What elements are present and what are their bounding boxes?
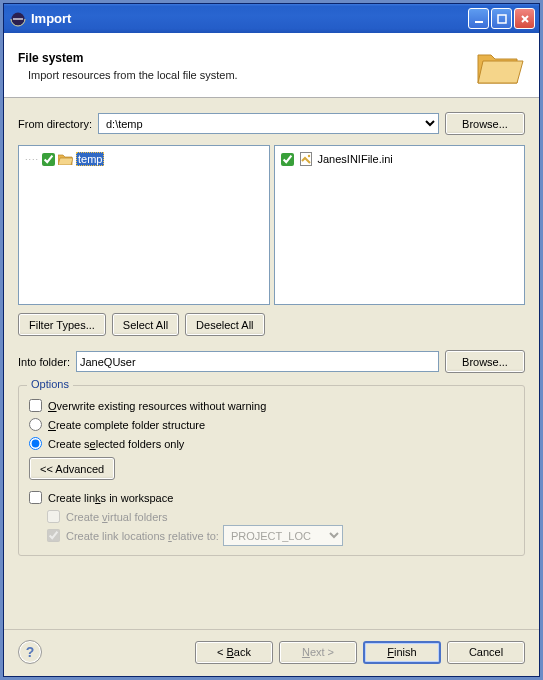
file-item[interactable]: JanesINIFile.ini xyxy=(281,150,519,168)
filter-types-button[interactable]: Filter Types... xyxy=(18,313,106,336)
browse-into-button[interactable]: Browse... xyxy=(445,350,525,373)
close-button[interactable] xyxy=(514,8,535,29)
create-links-checkbox[interactable] xyxy=(29,491,42,504)
file-list-pane[interactable]: JanesINIFile.ini xyxy=(274,145,526,305)
deselect-all-button[interactable]: Deselect All xyxy=(185,313,264,336)
eclipse-icon xyxy=(10,11,26,27)
overwrite-rest: verwrite existing resources without warn… xyxy=(57,400,267,412)
help-button[interactable]: ? xyxy=(18,640,42,664)
import-dialog: Import File system Import resources from… xyxy=(3,3,540,677)
dialog-footer: ? < Back Next > Finish Cancel xyxy=(4,629,539,676)
svg-rect-2 xyxy=(498,15,506,23)
ini-file-icon xyxy=(298,151,314,167)
create-links-label[interactable]: Create links in workspace xyxy=(48,492,173,504)
minimize-button[interactable] xyxy=(468,8,489,29)
folder-tree-pane[interactable]: ···· temp xyxy=(18,145,270,305)
tree-connector-icon: ···· xyxy=(25,154,39,164)
tree-item[interactable]: ···· temp xyxy=(25,150,263,168)
file-item-label: JanesINIFile.ini xyxy=(318,153,393,165)
create-complete-radio[interactable] xyxy=(29,418,42,431)
create-virtual-label: Create virtual folders xyxy=(66,511,168,523)
tree-checkbox[interactable] xyxy=(42,153,55,166)
select-all-button[interactable]: Select All xyxy=(112,313,179,336)
overwrite-checkbox[interactable] xyxy=(29,399,42,412)
overwrite-label[interactable]: Overwrite existing resources without war… xyxy=(48,400,266,412)
svg-point-4 xyxy=(307,155,309,157)
tree-item-label[interactable]: temp xyxy=(76,152,104,166)
cancel-button[interactable]: Cancel xyxy=(447,641,525,664)
create-virtual-checkbox xyxy=(47,510,60,523)
link-relative-label: Create link locations relative to: xyxy=(66,530,219,542)
create-selected-radio[interactable] xyxy=(29,437,42,450)
next-button: Next > xyxy=(279,641,357,664)
from-directory-combo[interactable]: d:\temp xyxy=(98,113,439,134)
into-folder-input[interactable] xyxy=(76,351,439,372)
window-title: Import xyxy=(31,11,468,26)
browse-from-button[interactable]: Browse... xyxy=(445,112,525,135)
svg-rect-1 xyxy=(475,21,483,23)
folder-icon xyxy=(58,153,73,165)
into-folder-label: Into folder: xyxy=(18,356,70,368)
create-selected-label[interactable]: Create selected folders only xyxy=(48,438,184,450)
create-complete-label[interactable]: Create complete folder structure xyxy=(48,419,205,431)
wizard-banner: File system Import resources from the lo… xyxy=(4,33,539,98)
advanced-button[interactable]: << Advanced xyxy=(29,457,115,480)
options-group: Options Overwrite existing resources wit… xyxy=(18,385,525,556)
link-relative-combo: PROJECT_LOC xyxy=(223,525,343,546)
file-checkbox[interactable] xyxy=(281,153,294,166)
from-directory-label: From directory: xyxy=(18,118,92,130)
link-relative-checkbox xyxy=(47,529,60,542)
folder-open-icon xyxy=(475,45,525,87)
banner-heading: File system xyxy=(18,51,475,65)
back-button[interactable]: < Back xyxy=(195,641,273,664)
maximize-button[interactable] xyxy=(491,8,512,29)
titlebar[interactable]: Import xyxy=(4,4,539,33)
banner-description: Import resources from the local file sys… xyxy=(28,69,475,81)
finish-button[interactable]: Finish xyxy=(363,641,441,664)
options-legend: Options xyxy=(27,378,73,390)
